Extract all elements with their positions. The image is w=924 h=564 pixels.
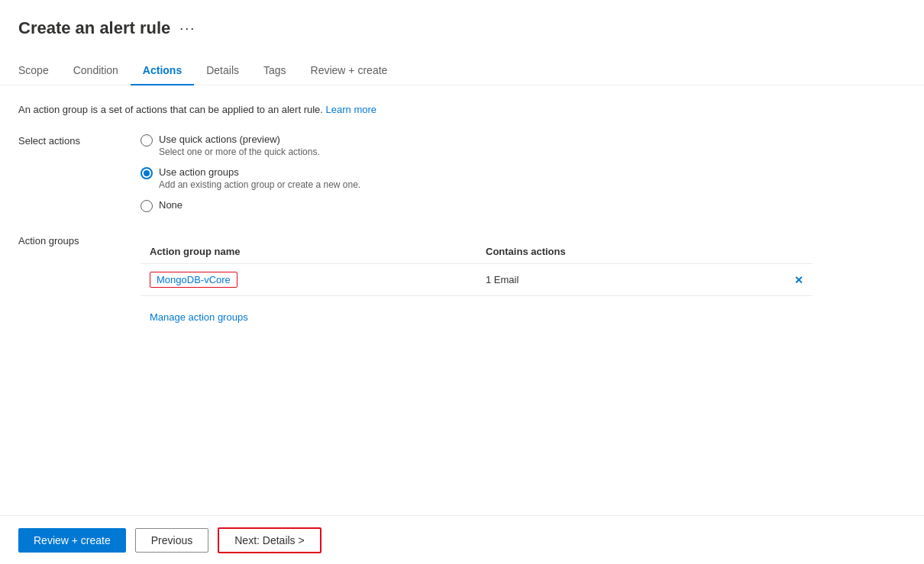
previous-button[interactable]: Previous [135, 528, 208, 553]
action-type-radio-group: Use quick actions (preview) Select one o… [141, 134, 906, 212]
ag-name-cell: MongoDB-vCore [141, 264, 477, 296]
radio-quick-actions-desc: Select one or more of the quick actions. [159, 147, 320, 157]
select-actions-control: Use quick actions (preview) Select one o… [141, 134, 906, 212]
content-area: An action group is a set of actions that… [0, 85, 924, 411]
radio-action-groups[interactable]: Use action groups Add an existing action… [141, 166, 906, 190]
tabs-nav: Scope Condition Actions Details Tags Rev… [0, 56, 924, 85]
learn-more-link[interactable]: Learn more [326, 104, 376, 115]
review-create-button[interactable]: Review + create [18, 528, 126, 553]
col-contains-header: Contains actions [477, 240, 813, 264]
radio-none-text: None [159, 199, 183, 211]
tab-actions[interactable]: Actions [131, 56, 194, 85]
radio-none-label: None [159, 199, 183, 211]
action-groups-section: Action group name Contains actions Mongo… [141, 240, 906, 329]
footer: Review + create Previous Next: Details > [0, 515, 924, 564]
radio-quick-actions-circle[interactable] [141, 134, 153, 147]
ag-delete-button[interactable]: ✕ [794, 274, 803, 286]
radio-quick-actions-label: Use quick actions (preview) [159, 134, 320, 145]
select-actions-label: Select actions [18, 134, 141, 147]
info-text: An action group is a set of actions that… [18, 104, 906, 115]
col-name-header: Action group name [141, 240, 477, 264]
radio-none-circle[interactable] [141, 200, 153, 212]
radio-none[interactable]: None [141, 199, 906, 212]
ag-name-link[interactable]: MongoDB-vCore [150, 272, 237, 288]
action-groups-table: Action group name Contains actions Mongo… [141, 240, 813, 296]
tab-details[interactable]: Details [194, 56, 251, 85]
tab-scope[interactable]: Scope [18, 56, 61, 85]
tab-condition[interactable]: Condition [61, 56, 131, 85]
page-options-icon[interactable]: ··· [179, 21, 195, 37]
radio-action-groups-label: Use action groups [159, 166, 360, 178]
next-details-button[interactable]: Next: Details > [218, 527, 321, 553]
manage-action-groups-link[interactable]: Manage action groups [141, 305, 257, 329]
radio-action-groups-desc: Add an existing action group or create a… [159, 179, 360, 190]
page-title: Create an alert rule [18, 18, 170, 38]
action-groups-label: Action groups [18, 234, 141, 247]
tab-review-create[interactable]: Review + create [299, 56, 400, 85]
tab-tags[interactable]: Tags [251, 56, 299, 85]
radio-quick-actions-text: Use quick actions (preview) Select one o… [159, 134, 320, 157]
radio-quick-actions[interactable]: Use quick actions (preview) Select one o… [141, 134, 906, 157]
ag-contains-cell: 1 Email ✕ [477, 264, 813, 296]
table-row: MongoDB-vCore 1 Email ✕ [141, 264, 813, 296]
select-actions-row: Select actions Use quick actions (previe… [18, 134, 906, 212]
radio-action-groups-text: Use action groups Add an existing action… [159, 166, 360, 190]
action-groups-row: Action groups Action group name Contains… [18, 234, 906, 329]
radio-action-groups-circle[interactable] [141, 167, 153, 179]
